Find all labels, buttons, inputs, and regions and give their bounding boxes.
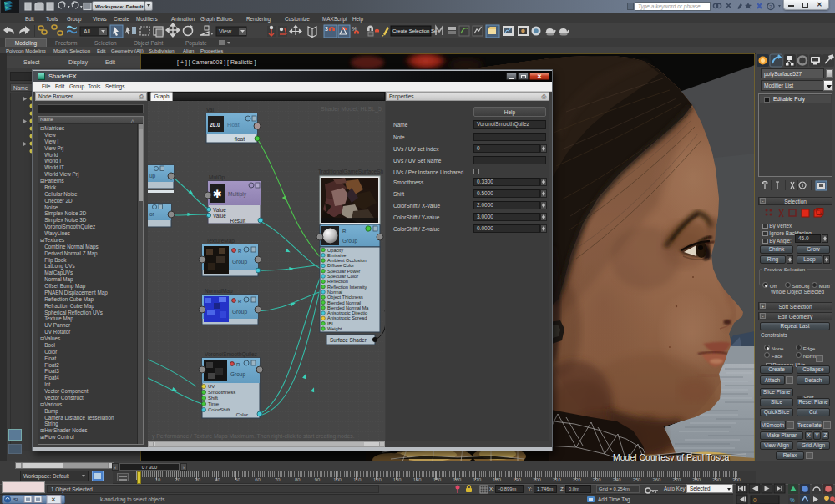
svg-text:View: View [219,28,232,34]
svg-text:float: float [235,136,245,142]
svg-text:Value: Value [213,207,226,213]
svg-text:%: % [790,497,795,503]
svg-text:Val: Val [206,107,214,113]
svg-text:Color: Color [236,412,248,417]
svg-text:Model Courtesy of Paul Tosca: Model Courtesy of Paul Tosca [613,452,729,462]
svg-text:Shift: Shift [208,396,218,401]
svg-text:Normal: Normal [327,290,342,295]
svg-text:Anisotropic Spread: Anisotropic Spread [327,315,367,320]
svg-text:VoronoiSmoothQuilez: VoronoiSmoothQuilez [205,351,257,358]
svg-text:Group: Group [232,259,247,265]
svg-text:Blended Normal Ma: Blended Normal Ma [327,305,369,310]
svg-text:Result: Result [230,218,246,224]
svg-text:All: All [84,28,90,34]
svg-text:Ambient Occlusion: Ambient Occlusion [327,258,367,263]
svg-text:Group: Group [232,309,247,315]
svg-text:20.0: 20.0 [210,122,220,128]
svg-text:Time: Time [208,401,220,406]
svg-text:Multiply: Multiply [228,191,247,198]
svg-text:[ + ] [ Camera003 ] [ Realisti: [ + ] [ Camera003 ] [ Realistic ] [177,59,256,66]
svg-text:Smoothness: Smoothness [208,390,235,395]
svg-text:Specular Color: Specular Color [327,274,358,279]
svg-text:Value: Value [213,213,226,219]
svg-text:Group: Group [342,238,357,244]
svg-text:Weight: Weight [327,326,342,331]
svg-text:Blended Normal: Blended Normal [327,300,361,305]
svg-text:?: ? [769,4,772,9]
svg-text:SL..: SL.. [13,497,23,502]
svg-text:Diffuse Color: Diffuse Color [327,263,354,268]
svg-text:UV: UV [208,384,215,389]
svg-text:✱: ✱ [213,188,222,200]
svg-text:TextureMap: TextureMap [206,238,235,244]
svg-text:Create Selection Se: Create Selection Se [392,28,438,33]
svg-text:Specular Power: Specular Power [327,269,361,274]
svg-text:Shader Model: HLSL_5: Shader Model: HLSL_5 [321,106,382,113]
svg-text:up: up [149,173,156,179]
svg-text:Emissive: Emissive [327,253,346,258]
svg-text:3: 3 [325,26,328,32]
svg-text:Object Thickness: Object Thickness [327,295,363,300]
svg-text:R: R [238,249,242,254]
svg-text:Reflection: Reflection [327,279,348,284]
svg-text:Opacity: Opacity [327,248,343,253]
svg-text:0: 0 [753,497,757,503]
svg-text:Surface Shader: Surface Shader [330,337,367,343]
svg-text:ColorShift: ColorShift [208,407,230,412]
svg-text:R: R [342,229,347,234]
svg-text:✕: ✕ [51,496,56,502]
svg-text:IBL: IBL [327,321,334,326]
svg-text:or: or [149,211,155,217]
svg-text:R: R [238,299,242,304]
svg-text:MulOp: MulOp [209,174,225,181]
svg-text:y Performance / Texture Maps M: y Performance / Texture Maps Maximum. Th… [152,433,355,440]
svg-text:R: R [236,362,240,367]
svg-text:Anisotropic Directio: Anisotropic Directio [327,310,367,315]
svg-text:Group: Group [230,371,245,378]
svg-text:TraditionalGameSurfaceSh: TraditionalGameSurfaceSh [318,169,384,174]
svg-text:Float: Float [227,122,240,128]
svg-text:Reflection Intensity: Reflection Intensity [327,285,367,290]
svg-text:NormalMap: NormalMap [205,288,233,295]
